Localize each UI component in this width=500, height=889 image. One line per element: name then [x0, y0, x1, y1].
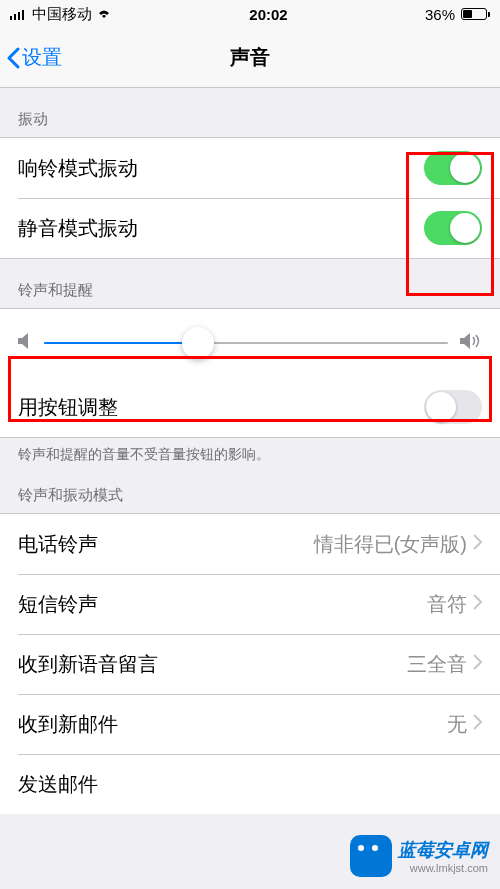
vibrate-on-ring-cell: 响铃模式振动 [0, 138, 500, 198]
voicemail-cell[interactable]: 收到新语音留言 三全音 [0, 634, 500, 694]
texttone-cell[interactable]: 短信铃声 音符 [0, 574, 500, 634]
voicemail-value: 三全音 [407, 651, 467, 678]
ringtone-label: 电话铃声 [18, 531, 98, 558]
clock-label: 20:02 [249, 6, 287, 23]
vibrate-on-ring-switch[interactable] [424, 151, 482, 185]
change-with-buttons-switch[interactable] [424, 390, 482, 424]
volume-low-icon [18, 332, 32, 354]
carrier-label: 中国移动 [32, 5, 92, 24]
section-header-vibrate: 振动 [0, 88, 500, 137]
section-header-patterns: 铃声和振动模式 [0, 464, 500, 513]
wifi-icon [96, 6, 112, 23]
svg-rect-3 [22, 10, 24, 20]
change-with-buttons-label: 用按钮调整 [18, 394, 118, 421]
voicemail-label: 收到新语音留言 [18, 651, 158, 678]
volume-high-icon [460, 332, 482, 354]
newmail-cell[interactable]: 收到新邮件 无 [0, 694, 500, 754]
newmail-label: 收到新邮件 [18, 711, 118, 738]
chevron-right-icon [473, 534, 482, 554]
vibrate-on-silent-switch[interactable] [424, 211, 482, 245]
nav-bar: 设置 声音 [0, 28, 500, 88]
sentmail-label: 发送邮件 [18, 771, 98, 798]
slider-thumb[interactable] [182, 327, 214, 359]
volume-slider-cell [0, 309, 500, 377]
vibrate-on-silent-label: 静音模式振动 [18, 215, 138, 242]
svg-rect-0 [10, 16, 12, 20]
svg-rect-2 [18, 12, 20, 20]
chevron-right-icon [473, 654, 482, 674]
vibrate-on-ring-label: 响铃模式振动 [18, 155, 138, 182]
ringer-footer: 铃声和提醒的音量不受音量按钮的影响。 [0, 438, 500, 464]
chevron-left-icon [6, 47, 20, 69]
back-button[interactable]: 设置 [0, 44, 62, 71]
battery-icon [459, 8, 490, 20]
ringtone-value: 情非得已(女声版) [314, 531, 467, 558]
texttone-value: 音符 [427, 591, 467, 618]
texttone-label: 短信铃声 [18, 591, 98, 618]
change-with-buttons-cell: 用按钮调整 [0, 377, 500, 437]
svg-rect-1 [14, 14, 16, 20]
newmail-value: 无 [447, 711, 467, 738]
watermark-name: 蓝莓安卓网 [398, 838, 488, 862]
battery-percent: 36% [425, 6, 455, 23]
watermark-icon [350, 835, 392, 877]
chevron-right-icon [473, 594, 482, 614]
watermark-url: www.lmkjst.com [398, 862, 488, 874]
sentmail-cell[interactable]: 发送邮件 [0, 754, 500, 814]
signal-icon [10, 6, 28, 23]
back-label: 设置 [22, 44, 62, 71]
volume-slider[interactable] [44, 342, 448, 344]
watermark: 蓝莓安卓网 www.lmkjst.com [350, 835, 488, 877]
page-title: 声音 [230, 44, 270, 71]
vibrate-on-silent-cell: 静音模式振动 [0, 198, 500, 258]
ringtone-cell[interactable]: 电话铃声 情非得已(女声版) [0, 514, 500, 574]
status-bar: 中国移动 20:02 36% [0, 0, 500, 28]
section-header-ringer: 铃声和提醒 [0, 259, 500, 308]
chevron-right-icon [473, 714, 482, 734]
